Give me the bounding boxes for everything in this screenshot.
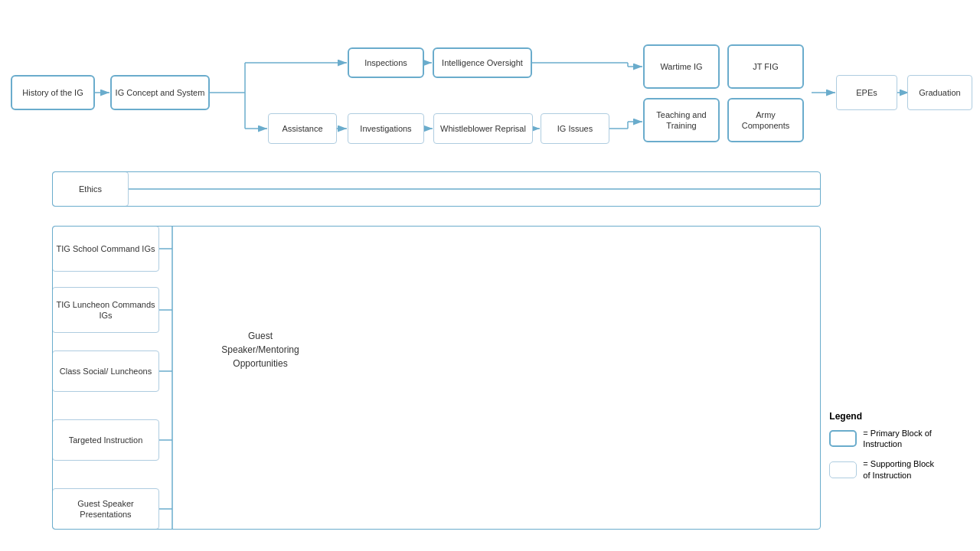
node-ig-concept: IG Concept and System bbox=[110, 75, 210, 110]
node-inspections: Inspections bbox=[348, 47, 424, 78]
legend-primary-box bbox=[829, 430, 857, 447]
node-investigations: Investigations bbox=[348, 113, 424, 144]
node-whistleblower: Whistleblower Reprisal bbox=[433, 113, 533, 144]
diagram-container: History of the IG IG Concept and System … bbox=[0, 0, 980, 551]
node-assistance: Assistance bbox=[268, 113, 337, 144]
legend-supporting-item: = Supporting Blockof Instruction bbox=[829, 458, 934, 481]
node-wartime-ig: Wartime IG bbox=[643, 44, 720, 89]
node-epes: EPEs bbox=[836, 75, 897, 110]
legend-supporting-box bbox=[829, 461, 857, 478]
legend-primary-item: = Primary Block ofInstruction bbox=[829, 428, 934, 450]
node-army-components: Army Components bbox=[727, 98, 804, 142]
node-history: History of the IG bbox=[11, 75, 95, 110]
node-graduation: Graduation bbox=[907, 75, 972, 110]
guest-speaker-label: GuestSpeaker/MentoringOpportunities bbox=[184, 329, 337, 370]
node-intelligence: Intelligence Oversight bbox=[433, 47, 532, 78]
legend-supporting-label: = Supporting Blockof Instruction bbox=[863, 458, 934, 481]
legend-primary-label: = Primary Block ofInstruction bbox=[863, 428, 932, 450]
ethics-bounding-box bbox=[52, 171, 821, 207]
node-jt-fig: JT FIG bbox=[727, 44, 804, 89]
node-teaching: Teaching and Training bbox=[643, 98, 720, 142]
guest-speaker-bounding-box bbox=[52, 226, 821, 530]
legend: Legend = Primary Block ofInstruction = S… bbox=[829, 411, 934, 490]
legend-title: Legend bbox=[829, 411, 934, 422]
node-ig-issues: IG Issues bbox=[541, 113, 609, 144]
